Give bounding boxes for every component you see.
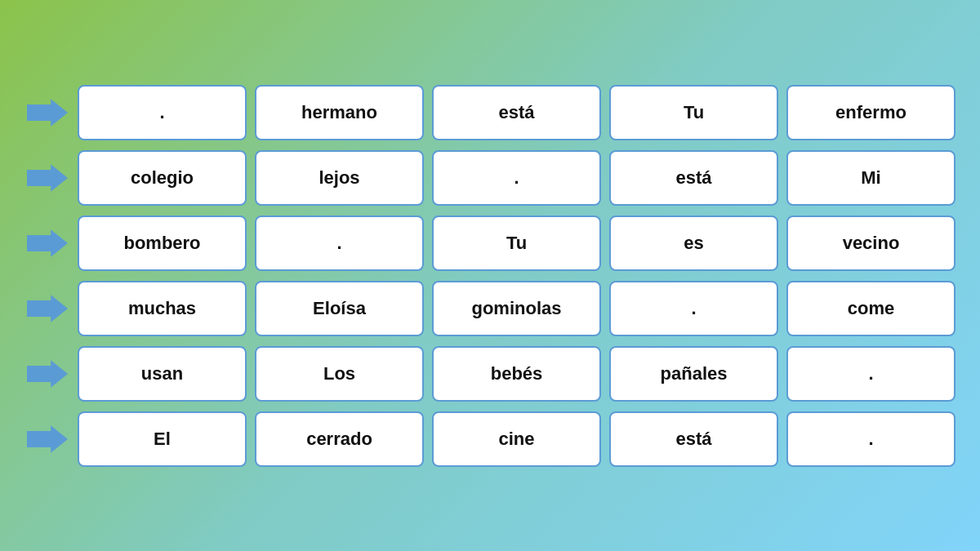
word-card-r5-c2[interactable]: Los bbox=[255, 346, 424, 402]
arrow-icon bbox=[24, 419, 69, 460]
svg-marker-2 bbox=[27, 229, 68, 256]
word-card-r3-c1[interactable]: bombero bbox=[78, 216, 247, 271]
word-card-r2-c5[interactable]: Mi bbox=[786, 150, 956, 206]
svg-marker-1 bbox=[27, 164, 68, 191]
arrow-icon bbox=[24, 353, 69, 394]
word-card-r6-c4[interactable]: está bbox=[609, 411, 778, 467]
word-card-r2-c4[interactable]: está bbox=[609, 150, 778, 206]
svg-marker-4 bbox=[27, 360, 68, 387]
word-card-r4-c3[interactable]: gominolas bbox=[432, 281, 601, 336]
row-3: bombero.Tuesvecino bbox=[24, 216, 956, 271]
word-card-r4-c4[interactable]: . bbox=[609, 281, 778, 336]
word-card-r3-c5[interactable]: vecino bbox=[786, 216, 956, 271]
row-4: muchasEloísagominolas.come bbox=[24, 281, 956, 336]
row-1: .hermanoestáTuenfermo bbox=[24, 85, 956, 140]
word-grid: .hermanoestáTuenfermo colegiolejos.estáM… bbox=[0, 69, 980, 483]
svg-marker-3 bbox=[27, 295, 68, 322]
row-6: Elcerradocineestá. bbox=[24, 411, 956, 467]
word-card-r6-c3[interactable]: cine bbox=[432, 411, 601, 467]
word-card-r4-c5[interactable]: come bbox=[786, 281, 956, 336]
word-card-r2-c1[interactable]: colegio bbox=[78, 150, 247, 206]
arrow-icon bbox=[24, 92, 69, 133]
word-card-r1-c1[interactable]: . bbox=[78, 85, 247, 140]
word-card-r3-c4[interactable]: es bbox=[609, 216, 778, 271]
word-card-r5-c3[interactable]: bebés bbox=[432, 346, 601, 402]
word-card-r1-c5[interactable]: enfermo bbox=[786, 85, 956, 140]
word-card-r3-c2[interactable]: . bbox=[255, 216, 424, 271]
word-card-r1-c3[interactable]: está bbox=[432, 85, 601, 140]
word-card-r6-c2[interactable]: cerrado bbox=[255, 411, 424, 467]
svg-marker-5 bbox=[27, 425, 68, 452]
svg-marker-0 bbox=[27, 99, 68, 126]
word-card-r5-c1[interactable]: usan bbox=[78, 346, 247, 402]
word-card-r2-c2[interactable]: lejos bbox=[255, 150, 424, 206]
word-card-r1-c4[interactable]: Tu bbox=[609, 85, 778, 140]
word-card-r4-c2[interactable]: Eloísa bbox=[255, 281, 424, 336]
word-card-r6-c1[interactable]: El bbox=[78, 411, 247, 467]
word-card-r2-c3[interactable]: . bbox=[432, 150, 601, 206]
row-2: colegiolejos.estáMi bbox=[24, 150, 956, 206]
word-card-r5-c4[interactable]: pañales bbox=[609, 346, 778, 402]
word-card-r3-c3[interactable]: Tu bbox=[432, 216, 601, 271]
arrow-icon bbox=[24, 288, 69, 329]
word-card-r4-c1[interactable]: muchas bbox=[78, 281, 247, 336]
word-card-r5-c5[interactable]: . bbox=[786, 346, 956, 402]
arrow-icon bbox=[24, 223, 69, 264]
word-card-r6-c5[interactable]: . bbox=[786, 411, 956, 467]
arrow-icon bbox=[24, 158, 69, 198]
row-5: usanLosbebéspañales. bbox=[24, 346, 956, 402]
word-card-r1-c2[interactable]: hermano bbox=[255, 85, 424, 140]
